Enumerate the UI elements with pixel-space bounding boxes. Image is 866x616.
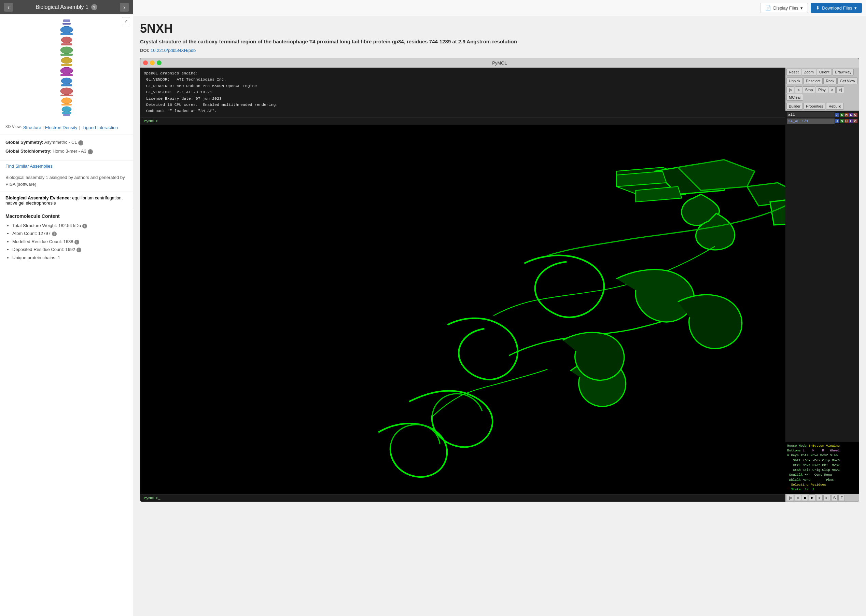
status-line: & Keys Rota Move MovZ Slab: [787, 453, 857, 458]
download-files-chevron: ▾: [854, 5, 857, 11]
status-line: Shft +Box -Box Clip MovS: [787, 458, 857, 463]
view-section: 3D View: Structure | Electron Density | …: [0, 120, 133, 135]
window-minimize-button[interactable]: [150, 60, 155, 65]
doi-link[interactable]: 10.2210/pdb5NXH/pdb: [151, 48, 196, 53]
pymol-btn-row-3: |< < Stop Play > >| MClear: [786, 85, 859, 102]
frame-next-button[interactable]: >: [829, 86, 836, 93]
pb-next-button[interactable]: >: [816, 495, 822, 501]
modelled-info-icon[interactable]: i: [74, 240, 79, 245]
ashl-a-34af[interactable]: A: [835, 119, 840, 123]
properties-button[interactable]: Properties: [803, 103, 825, 110]
frame-start-button[interactable]: |<: [786, 86, 794, 93]
frame-end-button[interactable]: >|: [836, 86, 844, 93]
pb-play-button[interactable]: ▶: [809, 495, 816, 501]
rock-button[interactable]: Rock: [823, 77, 837, 84]
pymol-cmd-bottom[interactable]: PyMOL>_: [140, 494, 786, 501]
stop-button[interactable]: Stop: [803, 86, 816, 93]
expand-icon[interactable]: ⤢: [122, 17, 130, 25]
pb-s-button[interactable]: S: [831, 495, 838, 501]
ashl-c-34af[interactable]: C: [853, 119, 858, 123]
pb-f-button[interactable]: F: [838, 495, 845, 501]
next-assembly-button[interactable]: ›: [120, 3, 129, 12]
pymol-object-list: all A S H L C 34_AF 1/1: [786, 111, 859, 442]
console-line: GL_RENDERER: AMD Radeon Pro 5500M OpenGL…: [144, 83, 782, 89]
sep1: |: [43, 125, 44, 130]
mclear-button[interactable]: MClear: [786, 94, 803, 101]
assembly-description: Biological assembly 1 assigned by author…: [0, 171, 133, 192]
ashl-l-34af[interactable]: L: [849, 119, 853, 123]
pb-prev-button[interactable]: <: [795, 495, 801, 501]
object-name-all[interactable]: all: [787, 112, 835, 118]
ashl-s-34af[interactable]: S: [840, 119, 844, 123]
evidence-label: Biological Assembly Evidence:: [5, 195, 71, 200]
assembly-info-icon[interactable]: ?: [91, 4, 97, 10]
ashl-l-all[interactable]: L: [849, 113, 853, 117]
pymol-status-area: Mouse Mode 3-Button Viewing Buttons L M …: [786, 442, 859, 494]
ashl-h-all[interactable]: H: [844, 113, 849, 117]
content-area: 5NXH Crystal structure of the carboxy-te…: [133, 16, 866, 616]
ashl-s-all[interactable]: S: [840, 113, 844, 117]
ashl-h-34af[interactable]: H: [844, 119, 849, 123]
prev-assembly-button[interactable]: ‹: [4, 3, 13, 12]
ashl-a-all[interactable]: A: [835, 113, 840, 117]
console-line: CmdLoad: "" loaded as "34_AF".: [144, 108, 782, 114]
rebuild-button[interactable]: Rebuild: [826, 103, 844, 110]
pymol-input-line[interactable]: PyMOL>: [140, 117, 786, 125]
window-maximize-button[interactable]: [157, 60, 162, 65]
object-row-all: all A S H L C: [787, 112, 857, 118]
get-view-button[interactable]: Get View: [837, 77, 857, 84]
orient-button[interactable]: Orient: [817, 69, 832, 75]
reset-button[interactable]: Reset: [786, 69, 801, 75]
list-item: Modelled Residue Count: 1638 i: [12, 238, 127, 245]
status-line: Buttons L M R Wheel: [787, 448, 857, 453]
svg-rect-0: [63, 19, 70, 22]
pymol-right-sidebar: Reset Zoom Orient Draw/Ray Unpick Desele…: [786, 68, 859, 501]
symmetry-info-icon[interactable]: i: [78, 140, 83, 145]
window-controls: [143, 60, 162, 65]
object-name-34af[interactable]: 34_AF 1/1: [787, 118, 835, 124]
frame-prev-button[interactable]: <: [795, 86, 802, 93]
pymol-btn-row-4: Builder Properties Rebuild: [786, 102, 859, 111]
svg-rect-9: [61, 64, 72, 66]
status-line: SngIClk +/- Cent Menu: [787, 473, 857, 478]
download-files-icon: ⬇: [816, 5, 820, 11]
svg-point-16: [61, 97, 72, 104]
svg-rect-17: [61, 104, 72, 105]
draw-ray-button[interactable]: Draw/Ray: [833, 69, 854, 75]
doi-line: DOI: 10.2210/pdb5NXH/pdb: [140, 48, 859, 53]
ligand-interaction-link[interactable]: Ligand Interaction: [83, 125, 118, 130]
structure-link[interactable]: Structure: [23, 125, 41, 130]
console-line: License Expiry date: 07-jun-2023: [144, 96, 782, 102]
electron-density-link[interactable]: Electron Density: [45, 125, 77, 130]
list-item: Deposited Residue Count: 1692 i: [12, 245, 127, 253]
pb-stop-button[interactable]: ■: [802, 495, 808, 501]
stoichiometry-value: Homo 3-mer - A3: [53, 149, 86, 154]
3dview-label: 3D View:: [5, 124, 22, 129]
download-files-button[interactable]: ⬇ Download Files ▾: [811, 3, 862, 13]
display-files-button[interactable]: 📄 Display Files ▾: [760, 3, 808, 13]
deselect-button[interactable]: Deselect: [803, 77, 823, 84]
view-links: 3D View: Structure | Electron Density | …: [5, 124, 127, 130]
zoom-button[interactable]: Zoom: [802, 69, 816, 75]
builder-button[interactable]: Builder: [786, 103, 803, 110]
svg-rect-20: [63, 114, 70, 116]
console-line: GL_VENDOR: ATI Technologies Inc.: [144, 77, 782, 83]
pb-end-button[interactable]: >|: [823, 495, 830, 501]
atom-info-icon[interactable]: i: [52, 231, 57, 236]
deposited-info-icon[interactable]: i: [77, 248, 81, 252]
ashl-c-all[interactable]: C: [853, 113, 858, 117]
play-button[interactable]: Play: [816, 86, 828, 93]
window-close-button[interactable]: [143, 60, 148, 65]
entry-title: Crystal structure of the carboxy-termina…: [140, 38, 859, 45]
stoichiometry-info-icon[interactable]: i: [88, 149, 93, 154]
weight-info-icon[interactable]: i: [82, 224, 87, 228]
find-similar-link[interactable]: Find Similar Assemblies: [5, 163, 53, 169]
macromolecule-list: Total Structure Weight: 182.54 kDa i Ato…: [5, 222, 127, 262]
unpick-button[interactable]: Unpick: [786, 77, 803, 84]
pb-start-button[interactable]: |<: [787, 495, 794, 501]
header-title-area: Biological Assembly 1 ?: [36, 4, 97, 10]
status-line: State 1/ 1: [787, 487, 857, 492]
left-panel: ‹ Biological Assembly 1 ? › ⤢: [0, 0, 133, 616]
pymol-viewport[interactable]: [140, 125, 786, 494]
svg-point-8: [61, 57, 72, 63]
